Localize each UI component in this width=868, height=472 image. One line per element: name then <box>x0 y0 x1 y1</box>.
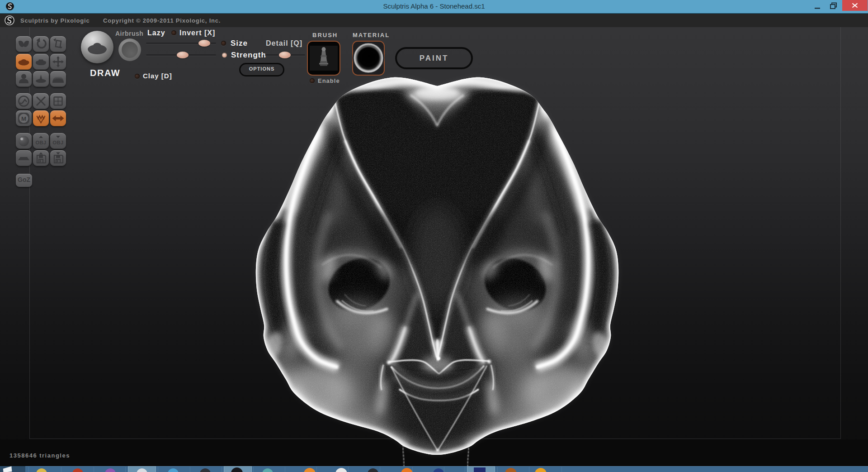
svg-text:M: M <box>21 115 26 122</box>
svg-text:OBJ: OBJ <box>52 140 63 145</box>
svg-text:OBJ: OBJ <box>35 140 46 145</box>
